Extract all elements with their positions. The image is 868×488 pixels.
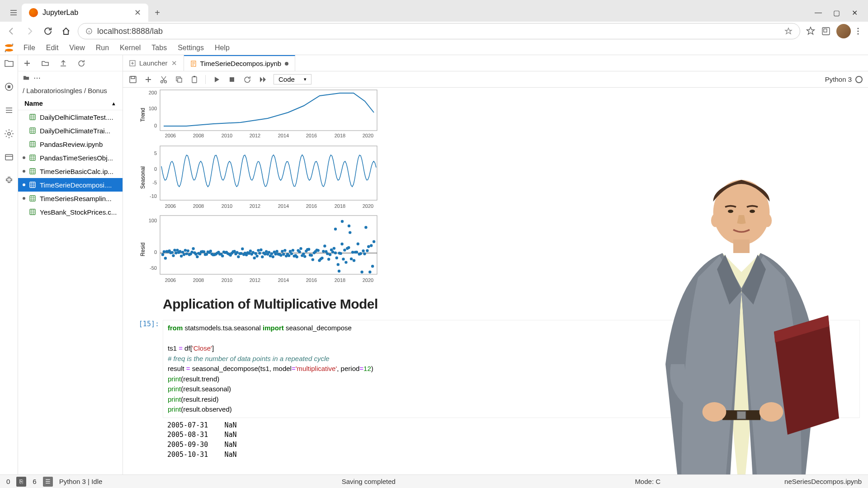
- svg-point-220: [366, 249, 368, 252]
- file-item[interactable]: TimeSeriesResamplin...: [18, 192, 123, 205]
- menu-file[interactable]: File: [18, 44, 41, 52]
- svg-text:200: 200: [149, 90, 157, 95]
- menu-edit[interactable]: Edit: [41, 44, 64, 52]
- favorites-icon[interactable]: [806, 26, 816, 36]
- home-button[interactable]: [60, 25, 72, 38]
- add-cell-icon[interactable]: [144, 75, 153, 84]
- folder-icon: [23, 74, 30, 81]
- svg-point-66: [161, 253, 164, 256]
- cut-icon[interactable]: [159, 75, 168, 84]
- jupyter-logo[interactable]: [0, 42, 18, 53]
- file-item[interactable]: PandasReview.ipynb: [18, 137, 123, 151]
- tabs-icon[interactable]: [4, 152, 14, 163]
- close-icon[interactable]: ✕: [171, 59, 177, 67]
- tab-timeseriedecompos-ipynb[interactable]: TimeSerieDecompos.ipynb: [184, 55, 296, 71]
- svg-point-223: [370, 244, 373, 247]
- refresh-files-icon[interactable]: [77, 59, 86, 68]
- commands-icon[interactable]: [4, 105, 14, 116]
- property-inspector-icon[interactable]: [4, 128, 14, 139]
- menu-tabs[interactable]: Tabs: [146, 44, 172, 52]
- arrow-right-icon: [25, 27, 34, 36]
- file-item[interactable]: TimeSerieDecomposi....: [18, 178, 123, 192]
- tab-count-icon[interactable]: ☰: [43, 477, 53, 487]
- mode-indicator: Mode: C: [635, 478, 660, 485]
- svg-point-68: [164, 257, 167, 259]
- maximize-button[interactable]: ▢: [832, 8, 841, 17]
- new-tab-button[interactable]: +: [148, 4, 166, 22]
- svg-point-219: [364, 226, 367, 229]
- svg-text:2010: 2010: [222, 133, 232, 138]
- star-icon[interactable]: [784, 27, 793, 35]
- hamburger-icon: [10, 9, 17, 16]
- close-window-button[interactable]: ✕: [850, 8, 859, 17]
- svg-point-135: [253, 257, 256, 259]
- svg-point-84: [185, 252, 188, 255]
- svg-point-242: [763, 214, 772, 227]
- run-icon[interactable]: [212, 75, 221, 84]
- browser-tab-jupyterlab[interactable]: JupyterLab ✕: [22, 4, 148, 22]
- svg-point-9: [5, 51, 6, 52]
- back-button[interactable]: [5, 25, 18, 38]
- upload-icon[interactable]: [59, 59, 68, 68]
- kernel-indicator[interactable]: Python 3: [825, 75, 863, 83]
- sb-count2[interactable]: 6: [33, 478, 36, 485]
- kernel-status[interactable]: Python 3 | Idle: [59, 478, 103, 485]
- svg-rect-30: [192, 77, 197, 83]
- svg-point-222: [368, 271, 371, 273]
- menu-settings[interactable]: Settings: [172, 44, 209, 52]
- run-all-icon[interactable]: [258, 75, 267, 84]
- minimize-button[interactable]: —: [814, 8, 823, 17]
- new-folder-icon[interactable]: [41, 59, 50, 68]
- svg-rect-11: [8, 85, 10, 88]
- stop-icon[interactable]: [227, 75, 236, 84]
- file-item[interactable]: DailyDelhiClimateTrai...: [18, 124, 123, 137]
- folder-icon[interactable]: [4, 58, 14, 69]
- svg-point-80: [180, 255, 183, 258]
- svg-rect-2: [824, 29, 827, 32]
- file-item[interactable]: DailyDelhiClimateTest....: [18, 110, 123, 124]
- more-icon[interactable]: [856, 26, 863, 36]
- menu-help[interactable]: Help: [209, 44, 235, 52]
- file-item[interactable]: TimeSerieBasicCalc.ip...: [18, 164, 123, 178]
- svg-rect-17: [30, 155, 35, 160]
- file-list-header[interactable]: Name ▲: [18, 97, 123, 110]
- breadcrumb-path[interactable]: / LaboratoriosIngles / Bonus: [18, 84, 123, 97]
- new-launcher-icon[interactable]: [23, 59, 32, 68]
- cell-type-select[interactable]: Code ▾: [274, 74, 311, 84]
- menu-run[interactable]: Run: [90, 44, 114, 52]
- address-bar[interactable]: localhost:8888/lab: [78, 23, 800, 39]
- menu-kernel[interactable]: Kernel: [114, 44, 146, 52]
- save-icon[interactable]: [128, 75, 137, 84]
- collections-icon[interactable]: [821, 26, 831, 36]
- input-prompt: [15]:: [137, 320, 163, 418]
- paste-icon[interactable]: [190, 75, 199, 84]
- svg-rect-245: [737, 411, 745, 419]
- svg-point-7: [5, 49, 13, 52]
- refresh-button[interactable]: [42, 25, 54, 38]
- svg-text:5: 5: [154, 150, 157, 156]
- file-item[interactable]: YesBank_StockPrices.c...: [18, 205, 123, 219]
- tab-close-button[interactable]: ✕: [134, 8, 141, 18]
- svg-point-12: [8, 132, 10, 135]
- svg-point-212: [355, 251, 358, 253]
- restart-icon[interactable]: [243, 75, 252, 84]
- terminal-icon[interactable]: ⎘: [16, 477, 26, 487]
- file-item[interactable]: PandasTimeSeriesObj...: [18, 151, 123, 164]
- menu-view[interactable]: View: [64, 44, 90, 52]
- copy-icon[interactable]: [175, 75, 184, 84]
- breadcrumb[interactable]: ⋯: [18, 71, 123, 84]
- profile-avatar[interactable]: [836, 24, 851, 38]
- running-icon[interactable]: [4, 81, 14, 92]
- svg-point-194: [331, 250, 334, 253]
- notebook-panel[interactable]: Trend 2001000 20062008201020122014201620…: [123, 88, 868, 474]
- app-menu-button[interactable]: [5, 4, 22, 22]
- sb-count1[interactable]: 0: [6, 478, 10, 485]
- svg-point-190: [326, 252, 329, 255]
- svg-point-202: [342, 258, 344, 260]
- forward-button[interactable]: [24, 25, 36, 38]
- extensions-icon[interactable]: [4, 175, 14, 186]
- kernel-name: Python 3: [825, 75, 852, 83]
- svg-point-239: [728, 210, 733, 213]
- tab-launcher[interactable]: Launcher✕: [123, 55, 184, 71]
- svg-rect-32: [230, 77, 234, 82]
